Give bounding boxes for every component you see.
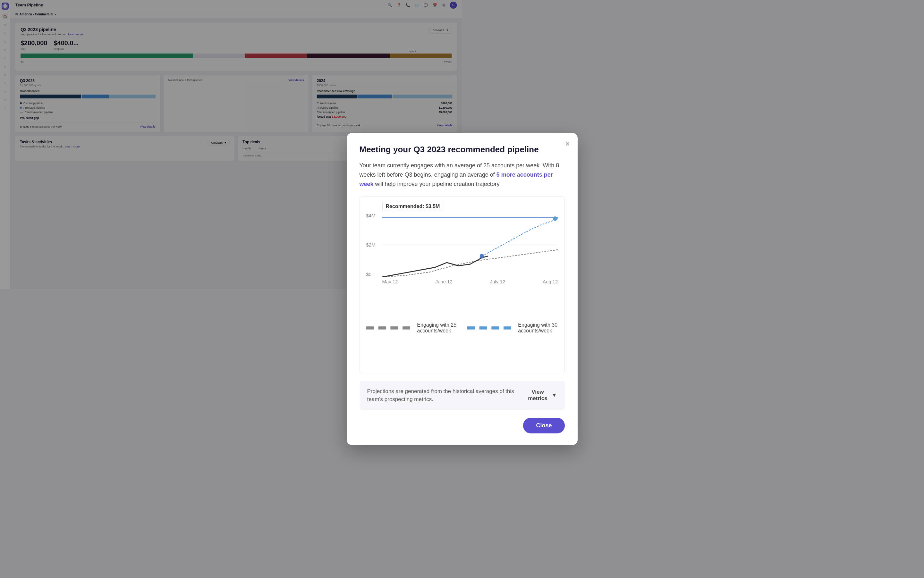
chart-y-0: $0 [366, 271, 376, 277]
legend-blue-line-svg [467, 289, 516, 367]
modal-title: Meeting your Q3 2023 recommended pipelin… [360, 144, 565, 154]
modal-overlay: × Meeting your Q3 2023 recommended pipel… [0, 0, 924, 578]
modal-dialog: × Meeting your Q3 2023 recommended pipel… [347, 133, 578, 445]
legend-gray-label: Engaging with 25 accounts/week [417, 322, 457, 334]
metrics-text: Projections are generated from the histo… [367, 387, 527, 404]
chart-x-aug: Aug 12 [543, 279, 558, 284]
legend-gray: Engaging with 25 accounts/week [366, 289, 457, 367]
legend-gray-line-svg [366, 289, 415, 367]
modal-close-button[interactable]: × [565, 140, 569, 148]
chart-x-june: June 12 [435, 279, 452, 284]
legend-blue-label: Engaging with 30 accounts/week [518, 322, 558, 334]
chart-x-labels: May 12 June 12 July 12 Aug 12 [382, 277, 558, 284]
chart-legend: Engaging with 25 accounts/week Engaging … [366, 289, 558, 367]
legend-blue: Engaging with 30 accounts/week [467, 289, 558, 367]
svg-point-8 [553, 216, 557, 221]
view-metrics-button[interactable]: View metrics ▼ [526, 389, 557, 402]
chart-x-may: May 12 [382, 279, 398, 284]
chart-y-2m: $2M [366, 242, 376, 247]
chart-svg [382, 213, 558, 277]
chart-container: Recommended: $3.5M $4M $2M $0 [360, 196, 565, 373]
modal-metrics-section: Projections are generated from the histo… [360, 381, 565, 410]
chart-y-4m: $4M [366, 213, 376, 218]
modal-body-text: Your team currently engages with an aver… [360, 161, 565, 188]
modal-close-main-button[interactable]: Close [523, 418, 564, 434]
chart-x-july: July 12 [490, 279, 506, 284]
